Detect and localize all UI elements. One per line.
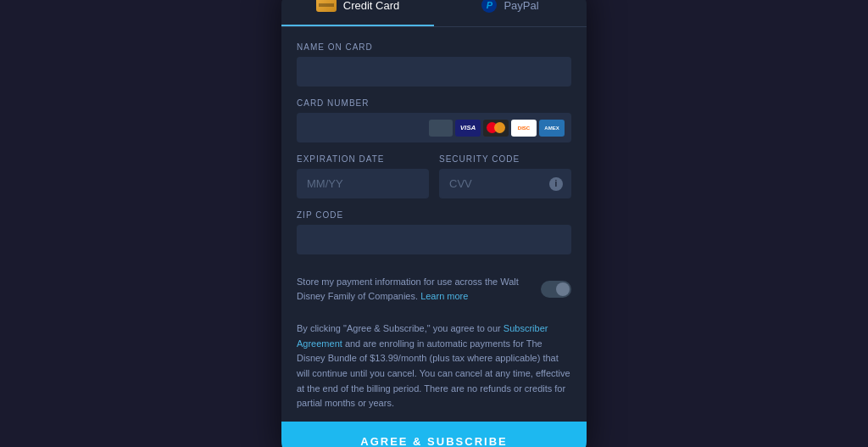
store-payment-text: Store my payment information for use acr… xyxy=(297,275,526,303)
security-code-group: SECURITY CODE i xyxy=(439,154,571,198)
legal-body: and are enrolling in automatic payments … xyxy=(297,338,570,408)
name-on-card-input[interactable] xyxy=(297,57,571,87)
store-payment-toggle[interactable] xyxy=(541,281,571,298)
payment-tabs: Credit Card P PayPal xyxy=(281,0,587,27)
cvv-info-icon[interactable]: i xyxy=(549,177,563,191)
payment-form: NAME ON CARD CARD NUMBER VISA DISC AMEX xyxy=(281,27,587,254)
credit-card-icon xyxy=(316,0,337,12)
learn-more-link[interactable]: Learn more xyxy=(420,291,468,301)
expiry-security-row: EXPIRATION DATE SECURITY CODE i xyxy=(297,154,571,210)
zip-code-group: ZIP CODE xyxy=(297,210,571,254)
card-icons-row: VISA DISC AMEX xyxy=(429,120,565,137)
zip-code-input[interactable] xyxy=(297,225,571,254)
paypal-icon: P xyxy=(481,0,497,13)
security-code-wrapper: i xyxy=(439,169,571,198)
card-number-group: CARD NUMBER VISA DISC AMEX xyxy=(297,98,571,142)
expiration-date-label: EXPIRATION DATE xyxy=(297,154,429,164)
generic-card-icon xyxy=(429,120,453,137)
tab-paypal[interactable]: P PayPal xyxy=(434,0,587,26)
security-code-label: SECURITY CODE xyxy=(439,154,571,164)
mastercard-icon xyxy=(483,120,509,137)
name-on-card-label: NAME ON CARD xyxy=(297,42,571,52)
tab-credit-card[interactable]: Credit Card xyxy=(281,0,434,26)
phone-frame: Credit Card P PayPal NAME ON CARD CARD N… xyxy=(281,0,587,447)
discover-icon: DISC xyxy=(511,120,537,137)
card-number-label: CARD NUMBER xyxy=(297,98,571,108)
name-on-card-group: NAME ON CARD xyxy=(297,42,571,87)
payment-container: Credit Card P PayPal NAME ON CARD CARD N… xyxy=(281,0,587,447)
expiration-date-input[interactable] xyxy=(297,169,429,198)
paypal-tab-label: PayPal xyxy=(504,0,538,12)
credit-card-tab-label: Credit Card xyxy=(343,0,399,12)
subscribe-button[interactable]: AGREE & SUBSCRIBE xyxy=(281,422,587,447)
zip-code-label: ZIP CODE xyxy=(297,210,571,220)
store-payment-row: Store my payment information for use acr… xyxy=(281,266,587,311)
amex-icon: AMEX xyxy=(539,120,565,137)
card-number-wrapper: VISA DISC AMEX xyxy=(297,113,571,142)
legal-text-area: By clicking "Agree & Subscribe," you agr… xyxy=(281,311,587,422)
expiration-date-group: EXPIRATION DATE xyxy=(297,154,429,198)
legal-intro: By clicking "Agree & Subscribe," you agr… xyxy=(297,323,501,333)
visa-icon: VISA xyxy=(455,120,481,137)
